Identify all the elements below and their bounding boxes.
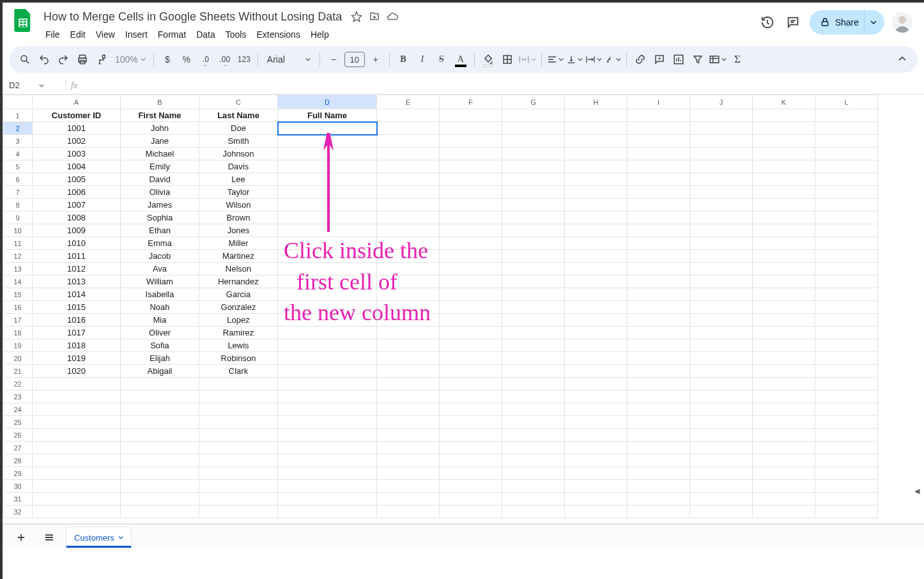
cell[interactable] xyxy=(278,365,377,378)
cell[interactable] xyxy=(440,288,502,301)
strikethrough-icon[interactable]: S xyxy=(433,50,450,68)
row-header[interactable]: 20 xyxy=(3,352,33,365)
cell[interactable]: Nelson xyxy=(199,263,278,275)
percent-icon[interactable]: % xyxy=(178,50,195,68)
cell[interactable] xyxy=(815,109,878,122)
decrease-decimal-icon[interactable]: .0← xyxy=(197,50,214,68)
cell[interactable] xyxy=(377,493,440,506)
cell[interactable] xyxy=(278,275,377,288)
cell[interactable] xyxy=(440,301,502,314)
cell[interactable] xyxy=(690,390,753,403)
row-header[interactable]: 27 xyxy=(3,442,33,454)
cell[interactable] xyxy=(199,493,278,506)
cell[interactable] xyxy=(815,314,878,327)
cell[interactable] xyxy=(377,301,440,314)
cell[interactable] xyxy=(628,263,690,275)
cell[interactable] xyxy=(278,467,377,480)
cell[interactable] xyxy=(502,339,565,352)
column-header[interactable]: I xyxy=(628,95,690,109)
cell[interactable] xyxy=(628,212,690,224)
cell[interactable] xyxy=(502,467,565,480)
cell[interactable]: Ramirez xyxy=(199,327,278,339)
filter-icon[interactable] xyxy=(689,50,706,68)
cell[interactable] xyxy=(502,109,565,122)
cell[interactable] xyxy=(440,109,502,122)
cell[interactable] xyxy=(690,429,753,442)
bold-icon[interactable]: B xyxy=(395,50,412,68)
increase-decimal-icon[interactable]: .00→ xyxy=(217,50,233,68)
cell[interactable] xyxy=(690,173,753,186)
row-header[interactable]: 13 xyxy=(3,263,33,275)
cell[interactable] xyxy=(440,275,502,288)
cell[interactable] xyxy=(690,263,753,275)
cell[interactable]: 1019 xyxy=(33,352,121,365)
cell[interactable] xyxy=(815,212,878,224)
row-header[interactable]: 28 xyxy=(3,454,33,467)
column-header[interactable]: G xyxy=(502,95,565,109)
cell[interactable] xyxy=(565,442,628,454)
cell[interactable] xyxy=(815,429,878,442)
cell[interactable]: 1014 xyxy=(33,288,121,301)
cell[interactable] xyxy=(377,250,440,263)
cell[interactable] xyxy=(278,506,377,518)
cell[interactable] xyxy=(377,135,440,148)
cell[interactable] xyxy=(121,506,199,518)
cell[interactable] xyxy=(278,416,377,429)
cell[interactable]: Ethan xyxy=(121,224,199,237)
cell[interactable] xyxy=(690,506,753,518)
cell[interactable] xyxy=(377,224,440,237)
cell[interactable] xyxy=(440,135,502,148)
cell[interactable] xyxy=(377,288,440,301)
cell[interactable] xyxy=(753,365,815,378)
cell[interactable] xyxy=(690,378,753,390)
font-select[interactable]: Arial xyxy=(263,50,314,68)
cell[interactable] xyxy=(815,224,878,237)
cell[interactable] xyxy=(199,467,278,480)
cell[interactable] xyxy=(753,148,815,160)
cell[interactable] xyxy=(815,301,878,314)
text-wrap-icon[interactable] xyxy=(585,50,602,68)
cell[interactable] xyxy=(690,442,753,454)
cell[interactable]: Lee xyxy=(199,173,278,186)
cell[interactable] xyxy=(565,186,628,199)
cloud-status-icon[interactable] xyxy=(387,11,398,22)
cell[interactable]: 1012 xyxy=(33,263,121,275)
cell[interactable] xyxy=(199,378,278,390)
cell[interactable] xyxy=(440,327,502,339)
redo-icon[interactable] xyxy=(55,50,72,68)
cell[interactable] xyxy=(690,148,753,160)
cell[interactable] xyxy=(753,186,815,199)
spreadsheet-grid[interactable]: ABCDEFGHIJKL1Customer IDFirst NameLast N… xyxy=(3,95,924,524)
cell[interactable] xyxy=(565,250,628,263)
cell[interactable] xyxy=(502,378,565,390)
cell[interactable]: 1009 xyxy=(33,224,121,237)
cell[interactable]: Mia xyxy=(121,314,199,327)
cell[interactable] xyxy=(565,212,628,224)
cell[interactable] xyxy=(815,480,878,493)
insert-chart-icon[interactable] xyxy=(670,50,687,68)
cell[interactable] xyxy=(753,493,815,506)
cell[interactable]: Sofia xyxy=(121,339,199,352)
cell[interactable] xyxy=(121,442,199,454)
row-header[interactable]: 10 xyxy=(3,224,33,237)
cell[interactable] xyxy=(753,288,815,301)
cell[interactable] xyxy=(565,467,628,480)
cell[interactable] xyxy=(440,186,502,199)
cell[interactable]: Lopez xyxy=(199,314,278,327)
cell[interactable] xyxy=(377,416,440,429)
cell[interactable] xyxy=(502,148,565,160)
functions-icon[interactable]: Σ xyxy=(729,50,746,68)
cell[interactable]: Clark xyxy=(199,365,278,378)
share-dropdown-icon[interactable] xyxy=(864,10,882,35)
text-color-icon[interactable]: A xyxy=(452,50,469,68)
cell[interactable] xyxy=(278,135,377,148)
cell[interactable] xyxy=(565,454,628,467)
cell[interactable]: Davis xyxy=(199,160,278,173)
cell[interactable] xyxy=(121,403,199,416)
cell[interactable] xyxy=(753,352,815,365)
column-header[interactable]: J xyxy=(690,95,753,109)
cell[interactable] xyxy=(33,506,121,518)
cell[interactable] xyxy=(440,454,502,467)
cell[interactable] xyxy=(815,160,878,173)
cell[interactable] xyxy=(753,122,815,135)
